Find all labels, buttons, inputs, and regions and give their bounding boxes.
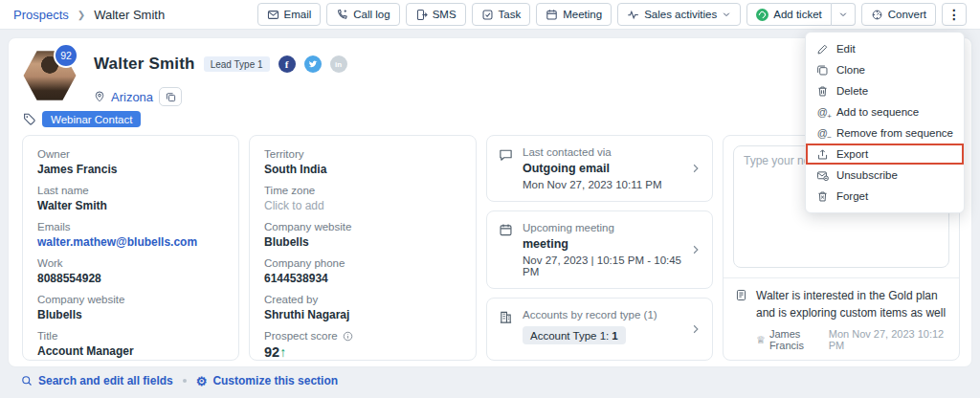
pencil-icon	[816, 43, 829, 55]
copy-button[interactable]	[159, 87, 182, 106]
calendar-icon	[546, 9, 558, 21]
note-author: James Francis	[769, 328, 829, 351]
chevron-right-icon[interactable]	[690, 323, 702, 335]
menu-item-unsubscribe[interactable]: Unsubscribe	[806, 165, 964, 186]
add-ticket-split-button: Add ticket	[746, 3, 856, 26]
fields-card-1: Owner James Francis Last name Walter Smi…	[22, 135, 239, 361]
pulse-icon	[627, 9, 639, 21]
sms-icon	[415, 9, 428, 21]
tag-webinar-contact[interactable]: Webinar Contact	[42, 111, 141, 127]
vertical-dots-icon: ⋮	[947, 7, 961, 22]
search-edit-fields-link[interactable]: Search and edit all fields	[21, 374, 173, 387]
chevron-right-icon[interactable]	[690, 163, 702, 174]
avatar-wrap: 92	[23, 49, 78, 104]
customize-section-link[interactable]: ⚙ Customize this section	[196, 374, 338, 387]
trash-icon	[816, 85, 829, 98]
calendar-icon	[499, 223, 513, 277]
location-row: Arizona	[94, 87, 182, 106]
phone-icon	[336, 9, 348, 21]
last-contacted-card[interactable]: Last contacted via Outgoing email Mon No…	[486, 135, 713, 202]
field-owner: Owner James Francis	[37, 148, 224, 176]
call-log-button[interactable]: Call log	[326, 3, 399, 26]
breadcrumb: Prospects ❯ Walter Smith	[13, 8, 165, 22]
add-ticket-button[interactable]: Add ticket	[746, 3, 832, 26]
location-link[interactable]: Arizona	[111, 90, 153, 104]
more-actions-button[interactable]: ⋮	[942, 3, 967, 26]
field-prospect-score: Prospect score 92↑	[264, 330, 461, 360]
upcoming-meeting-card[interactable]: Upcoming meeting meeting Nov 27, 2023 | …	[486, 210, 713, 289]
menu-item-delete[interactable]: Delete	[806, 80, 964, 101]
section-footer: Search and edit all fields ⚙ Customize t…	[21, 374, 338, 387]
sequence-remove-icon: @	[816, 128, 829, 139]
task-button[interactable]: Task	[472, 3, 531, 26]
location-pin-icon	[94, 91, 105, 102]
freshdesk-icon	[756, 9, 768, 21]
sales-activities-button[interactable]: Sales activities	[617, 3, 741, 26]
accounts-by-record-type-card[interactable]: Accounts by record type (1) Account Type…	[486, 298, 713, 361]
menu-item-edit[interactable]: Edit	[806, 38, 964, 59]
gear-icon: ⚙	[196, 375, 208, 387]
convert-icon	[871, 9, 883, 21]
crown-icon: ♕	[756, 334, 766, 346]
field-company-phone: Company phone 6144538934	[264, 257, 461, 285]
menu-item-clone[interactable]: Clone	[806, 59, 964, 80]
page-title: Walter Smith	[94, 55, 195, 74]
menu-item-forget[interactable]: Forget	[806, 186, 964, 207]
email-link[interactable]: walter.mathew@blubells.com	[37, 235, 224, 249]
field-work-phone: Work 8088554928	[37, 257, 224, 285]
account-type-badge: Account Type 1:1	[523, 326, 626, 344]
more-actions-menu: Edit Clone Delete @ Add to sequence @ Re…	[805, 32, 965, 213]
add-ticket-caret-button[interactable]	[832, 3, 856, 26]
field-created-by: Created by Shruthi Nagaraj	[264, 294, 461, 321]
info-icon	[343, 331, 353, 342]
tag-icon	[23, 113, 35, 125]
top-bar: Prospects ❯ Walter Smith Email Call log …	[0, 0, 980, 30]
chat-icon	[499, 147, 513, 190]
email-icon	[267, 9, 279, 21]
trend-up-icon: ↑	[279, 344, 286, 360]
sms-button[interactable]: SMS	[406, 3, 466, 26]
prospect-score-value: 92	[264, 344, 279, 360]
chevron-down-icon	[722, 10, 731, 19]
note-text: Walter is interested in the Gold plan an…	[756, 288, 947, 321]
unsubscribe-icon	[816, 169, 829, 182]
name-row: Walter Smith Lead Type 1 f in	[94, 55, 347, 74]
toolbar: Email Call log SMS Task Meeting	[257, 3, 967, 26]
menu-item-export[interactable]: Export	[806, 144, 964, 165]
chevron-down-icon	[838, 10, 848, 19]
menu-item-add-to-sequence[interactable]: @ Add to sequence	[806, 101, 964, 122]
field-title: Title Account Manager	[37, 330, 224, 358]
chevron-right-icon[interactable]	[690, 244, 702, 255]
building-icon	[499, 310, 513, 349]
note-timestamp: Mon Nov 27, 2023 10:12 PM	[829, 328, 947, 351]
task-icon	[481, 9, 494, 21]
time-zone-add-link[interactable]: Click to add	[264, 199, 461, 212]
score-badge: 92	[54, 43, 78, 68]
field-emails: Emails walter.mathew@blubells.com	[37, 221, 224, 249]
clone-icon	[816, 64, 829, 77]
note-item: Walter is interested in the Gold plan an…	[724, 277, 959, 360]
note-doc-icon	[735, 289, 747, 351]
convert-button[interactable]: Convert	[861, 3, 936, 26]
fields-card-2: Territory South India Time zone Click to…	[249, 135, 477, 361]
email-button[interactable]: Email	[257, 3, 322, 26]
field-territory: Territory South India	[264, 148, 461, 176]
linkedin-icon[interactable]: in	[330, 55, 347, 73]
lead-type-badge: Lead Type 1	[204, 56, 270, 72]
facebook-icon[interactable]: f	[278, 55, 296, 73]
field-last-name: Last name Walter Smith	[37, 185, 224, 212]
activity-stack: Last contacted via Outgoing email Mon No…	[486, 135, 713, 361]
chevron-right-icon: ❯	[78, 10, 85, 20]
sequence-add-icon: @	[816, 107, 829, 118]
field-time-zone: Time zone Click to add	[264, 185, 461, 212]
breadcrumb-prospects-link[interactable]: Prospects	[13, 8, 69, 22]
menu-item-remove-from-sequence[interactable]: @ Remove from sequence	[806, 122, 964, 144]
dot-separator	[183, 379, 187, 383]
field-company-website: Company website Blubells	[37, 294, 224, 321]
search-icon	[21, 375, 33, 387]
meeting-button[interactable]: Meeting	[536, 3, 612, 26]
twitter-icon[interactable]	[304, 55, 322, 73]
field-company-website-2: Company website Blubells	[264, 221, 461, 249]
copy-icon	[166, 92, 176, 102]
export-icon	[816, 148, 829, 161]
